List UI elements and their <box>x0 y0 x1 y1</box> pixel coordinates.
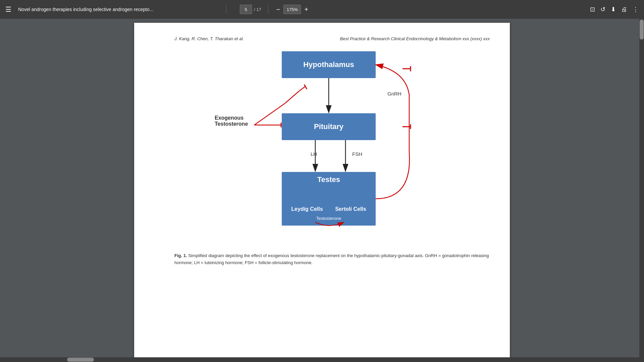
zoom-input[interactable] <box>283 5 301 14</box>
figure-caption: Fig. 1. Simplified diagram depicting the… <box>174 252 490 266</box>
history-button[interactable]: ↺ <box>600 6 605 13</box>
leydig-cells-label: Leydig Cells <box>291 206 323 212</box>
main-content: J. Kang, R. Chen, T. Tharakan et al. Bes… <box>0 19 644 362</box>
document-page: J. Kang, R. Chen, T. Tharakan et al. Bes… <box>134 23 510 362</box>
sertoli-cells-label: Sertoli Cells <box>335 206 366 212</box>
pituitary-box: Pituitary <box>282 113 376 140</box>
hypothalamus-box: Hypothalamus <box>282 51 376 78</box>
page-navigation: / 17 <box>240 5 261 14</box>
hypothalamus-label: Hypothalamus <box>303 60 354 69</box>
svg-line-15 <box>304 84 307 89</box>
fit-page-button[interactable]: ⊡ <box>590 6 595 13</box>
zoom-controls: − + <box>275 5 310 14</box>
page-input[interactable] <box>240 5 252 14</box>
caption-text: Simplified diagram depicting the effect … <box>174 253 489 265</box>
toolbar: ☰ Novel androgen therapies including sel… <box>0 0 644 19</box>
scrollbar-thumb[interactable] <box>640 19 644 40</box>
scrollbar-bottom[interactable] <box>0 357 639 362</box>
more-button[interactable]: ⋮ <box>633 6 639 13</box>
download-button[interactable]: ⬇ <box>611 6 616 13</box>
svg-line-14 <box>299 86 305 92</box>
fsh-label: FSH <box>352 151 362 157</box>
testes-box: Testes Leydig Cells Sertoli Cells Testos… <box>282 172 376 226</box>
diagram-container: Exogenous Testosterone Hypothalamus GnRH… <box>205 51 460 246</box>
doc-title: Novel androgen therapies including selec… <box>18 7 219 12</box>
svg-line-12 <box>254 103 285 125</box>
testosterone-label: Testosterone <box>282 216 376 221</box>
testes-label: Testes <box>282 175 376 184</box>
page-header: J. Kang, R. Chen, T. Tharakan et al. Bes… <box>174 36 490 41</box>
exogenous-testosterone-label: Exogenous Testosterone <box>215 115 248 127</box>
page-separator: / 17 <box>254 7 261 12</box>
zoom-decrease-button[interactable]: − <box>275 6 282 13</box>
journal-info: Best Practice & Research Clinical Endocr… <box>340 36 490 41</box>
testes-cells: Leydig Cells Sertoli Cells <box>282 206 376 212</box>
svg-line-13 <box>285 92 299 103</box>
author-info: J. Kang, R. Chen, T. Tharakan et al. <box>174 36 244 41</box>
scrollbar-bottom-thumb[interactable] <box>67 358 94 362</box>
lh-label: LH <box>311 151 317 157</box>
figure-label: Fig. 1. <box>174 253 187 258</box>
toolbar-actions: ⊡ ↺ ⬇ 🖨 ⋮ <box>590 6 639 13</box>
pituitary-label: Pituitary <box>314 122 343 131</box>
toolbar-divider-2 <box>268 5 268 14</box>
zoom-increase-button[interactable]: + <box>303 6 310 13</box>
gnrh-label: GnRH <box>387 91 401 97</box>
menu-icon[interactable]: ☰ <box>5 5 11 13</box>
scrollbar-right[interactable] <box>639 19 644 362</box>
toolbar-divider-1 <box>226 5 226 14</box>
print-button[interactable]: 🖨 <box>621 6 627 13</box>
